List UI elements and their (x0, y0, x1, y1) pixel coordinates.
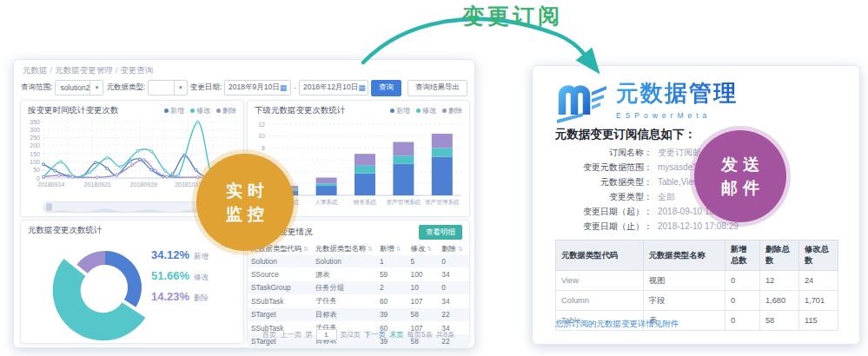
page-number-input[interactable] (316, 329, 337, 340)
table-row: SSubTask子任务6010734 (248, 294, 469, 307)
table-cell: 0 (726, 291, 760, 311)
sort-icon[interactable]: ⇅ (396, 246, 401, 252)
calendar-icon: ▦ (280, 84, 288, 92)
table-cell: STarget (248, 308, 312, 321)
scope-select-value: solution2 (60, 83, 89, 92)
field-value: mysasde1 (658, 162, 698, 173)
date-to-value: 2018年12月10日 (303, 82, 358, 93)
table-cell: SSource (248, 267, 312, 280)
column-header: 修改总数 (798, 241, 838, 271)
svg-text:100: 100 (30, 159, 40, 165)
breadcrumb: 元数据/元数据变更管理/变更查询 (23, 65, 153, 76)
donut-legend-item: 34.12%新增 (151, 248, 209, 262)
column-header: 元数据类型名称 (643, 241, 725, 271)
table-cell: 39 (376, 308, 407, 321)
scope-select[interactable]: solution2 ▼ (55, 80, 103, 96)
date-from-input[interactable]: 2018年9月10日 ▦ (224, 80, 291, 96)
sort-icon[interactable]: ⇅ (368, 246, 373, 252)
table-cell: 107 (407, 294, 439, 307)
table-cell: 视图 (643, 271, 725, 291)
column-header[interactable]: 新增⇅ (376, 241, 407, 255)
sort-icon[interactable]: ⇅ (427, 246, 432, 252)
send-email-badge: 发送 邮件 (694, 130, 786, 222)
bar-chart-title: 下级元数据变更次数统计 (255, 105, 346, 116)
table-cell: STaskGroup (248, 281, 312, 294)
svg-text:300: 300 (30, 127, 40, 133)
legend-dot-icon (164, 109, 169, 113)
legend-item[interactable]: 删除 (216, 106, 236, 115)
pagination-prev[interactable]: 上一页 (280, 330, 301, 340)
badge-text: 实时 (226, 179, 269, 202)
badge-text: 发送 (721, 153, 765, 176)
field-label: 变更日期（起）： (541, 206, 653, 217)
svg-text:人事系统: 人事系统 (315, 199, 338, 206)
table-row: SolutionSolution150 (248, 255, 469, 267)
legend-item[interactable]: 新增 (164, 106, 184, 115)
table-cell: 24 (798, 271, 838, 291)
legend-label: 修改 (422, 107, 436, 115)
data-zoom-handle[interactable] (46, 203, 52, 211)
svg-text:350: 350 (30, 119, 40, 125)
svg-text:200: 200 (30, 142, 40, 148)
table-cell: 0 (438, 281, 469, 294)
pagination-total: 共8条 (436, 330, 454, 340)
donut-percent: 51.66% (151, 269, 189, 282)
page: 变更订阅 元数据/元数据变更管理/变更查询 查询范围: solution2 ▼ … (0, 0, 868, 356)
sort-icon[interactable]: ⇅ (458, 246, 463, 252)
table-cell: 1 (376, 255, 407, 267)
legend-dot-icon (390, 109, 394, 113)
column-header[interactable]: 元数据类型名称⇅ (312, 241, 376, 255)
pagination-first[interactable]: 首页 (262, 330, 277, 340)
attachment-link[interactable]: 您所订阅的元数据变更详情见附件 (555, 319, 679, 330)
donut-legend-item: 14.23%删除 (151, 290, 209, 304)
table-cell: 115 (798, 311, 838, 331)
column-header[interactable]: 删除⇅ (438, 241, 469, 255)
pagination-per-page: 每页5条 (407, 330, 434, 340)
field-label: 元数据类型： (541, 176, 653, 188)
legend-item[interactable]: 修改 (190, 106, 210, 115)
sort-icon[interactable]: ⇅ (303, 246, 308, 252)
svg-text:8: 8 (262, 145, 265, 151)
svg-text:20180921: 20180921 (84, 181, 111, 188)
donut-label: 删除 (194, 293, 209, 304)
email-panel: 元数据管理 ESPowerMeta 元数据变更订阅信息如下： 订阅名称：变更订阅… (532, 65, 860, 345)
calendar-icon: ▦ (358, 84, 366, 92)
svg-text:20181011: 20181011 (175, 181, 202, 188)
pagination-last[interactable]: 末页 (389, 330, 404, 340)
table-cell: 58 (407, 308, 439, 321)
donut-percent: 14.23% (151, 290, 189, 303)
svg-text:20180929: 20180929 (130, 181, 157, 188)
donut-legend: 34.12%新增51.66%修改14.23%删除 (151, 248, 209, 311)
legend-dot-icon (416, 109, 421, 113)
type-select[interactable]: ▼ (148, 80, 187, 96)
svg-text:20180914: 20180914 (37, 181, 64, 188)
badge-text: 监控 (226, 202, 269, 226)
breadcrumb-item[interactable]: 元数据变更管理 (55, 65, 113, 75)
field-label: 变更元数据范围： (541, 162, 653, 173)
table-cell: 1,701 (798, 291, 838, 311)
donut-legend-item: 51.66%修改 (151, 269, 209, 283)
legend-dot-icon (442, 109, 447, 113)
legend-label: 删除 (448, 107, 462, 115)
field-value: 全部 (658, 191, 675, 202)
pagination-next[interactable]: 下一页 (364, 330, 386, 340)
legend-item[interactable]: 修改 (416, 106, 436, 115)
logo-subtitle: ESPowerMeta (616, 111, 738, 120)
legend-item[interactable]: 删除 (442, 106, 462, 115)
column-header[interactable]: 修改⇅ (407, 241, 439, 255)
summary-table: 元数据类型代码元数据类型名称新增总数删除总数修改总数View视图01224Col… (555, 240, 838, 331)
chevron-down-icon: ▼ (174, 81, 187, 95)
legend-item[interactable]: 新增 (390, 106, 410, 115)
table-cell: 58 (759, 311, 798, 331)
donut-percent: 34.12% (151, 248, 189, 261)
breadcrumb-item[interactable]: 元数据 (23, 65, 48, 75)
donut-chart-panel: 元数据变更次数统计 34.12%新增51.66%修改14.23%删除 (20, 220, 244, 344)
table-row: SSource源表5910034 (248, 267, 469, 280)
email-heading: 元数据变更订阅信息如下： (555, 127, 696, 142)
legend-label: 新增 (170, 107, 184, 115)
view-detail-button[interactable]: 查看明细 (419, 225, 462, 240)
date-label: 变更日期: (190, 82, 222, 93)
table-cell: 子任务 (312, 294, 376, 307)
breadcrumb-item[interactable]: 变更查询 (120, 65, 153, 75)
scope-label: 查询范围: (21, 82, 52, 93)
